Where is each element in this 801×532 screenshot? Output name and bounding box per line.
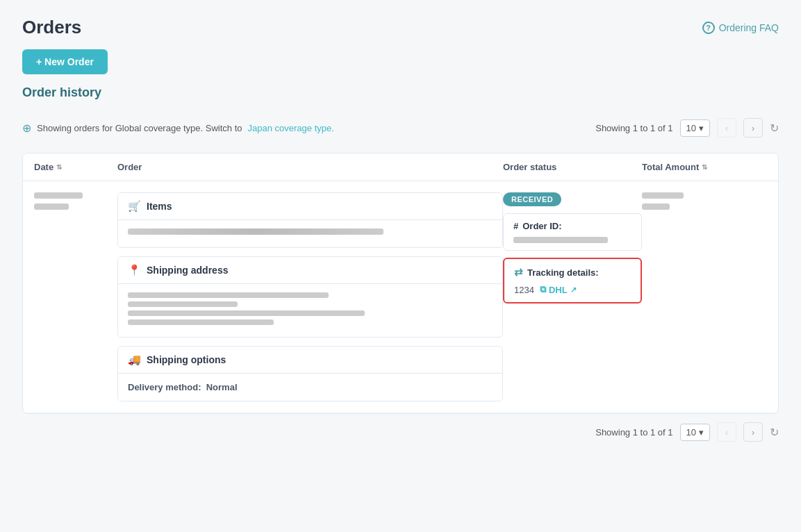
page-title: Orders [22,17,81,38]
page-header: Orders ? Ordering FAQ [22,17,779,38]
per-page-value: 10 [686,123,696,133]
ordering-faq-link[interactable]: ? Ordering FAQ [702,22,779,34]
filter-left: ⊕ Showing orders for Global coverage typ… [22,122,334,135]
bottom-per-page-value: 10 [686,427,696,438]
amount-label: Total Amount [642,162,699,172]
faq-label: Ordering FAQ [719,22,779,33]
faq-icon: ? [702,22,715,34]
date-label: Date [34,162,53,172]
prev-page-button[interactable]: ‹ [717,118,736,138]
items-section-header: 🛒 Items [118,193,502,220]
date-value [34,192,83,199]
new-order-button[interactable]: + New Order [22,49,108,74]
chevron-right-icon: › [752,123,754,133]
japan-coverage-link[interactable]: Japan coverage type. [248,123,334,133]
sort-icon: ⇅ [56,163,62,171]
address-line-3 [128,310,365,316]
delivery-method-label: Delivery method: [128,382,201,392]
shipping-options-label: Shipping options [147,354,226,365]
hash-icon: # [513,221,518,231]
new-order-label: + New Order [36,56,94,67]
chevron-left-icon: ‹ [725,123,728,133]
tracking-icon: ⇄ [514,266,523,279]
shipping-address-label: Shipping address [147,265,228,276]
bottom-next-page-button[interactable]: › [743,422,763,442]
bottom-prev-page-button[interactable]: ‹ [717,422,736,442]
filter-bar: ⊕ Showing orders for Global coverage typ… [22,111,779,144]
order-id-header: # Order ID: [513,221,631,231]
order-id-label: Order ID: [522,221,561,231]
refresh-button[interactable]: ↻ [770,122,779,135]
th-order: Order [117,162,503,172]
shipping-address-header: 📍 Shipping address [118,257,502,284]
shipping-options-section: 🚚 Shipping options Delivery method: Norm… [117,346,503,401]
orders-table: Date ⇅ Order Order status Total Amount ⇅ [22,153,779,414]
shipping-options-body: Delivery method: Normal [118,374,502,401]
dhl-label: DHL [549,285,568,295]
amount-currency [642,203,670,210]
status-cell: RECEIVED # Order ID: ⇄ Tracking details: [503,192,642,304]
section-title: Order history [22,85,779,100]
bottom-bar: Showing 1 to 1 of 1 10 ▾ ‹ › ↻ [22,414,779,450]
status-badge: RECEIVED [503,192,561,206]
address-line-4 [128,319,274,325]
date-cell [34,192,117,210]
address-line-2 [128,301,238,307]
amount-value [642,192,684,199]
table-row: 🛒 Items 📍 Shipping address [23,181,778,413]
tracking-value: 1234 ⧉ DHL ↗ [514,284,631,295]
th-status: Order status [503,162,642,172]
coverage-notice: Showing orders for Global coverage type.… [37,123,242,133]
globe-icon: ⊕ [22,122,31,135]
next-page-button[interactable]: › [743,118,763,138]
order-id-box: # Order ID: [503,213,642,251]
bottom-showing-text: Showing 1 to 1 of 1 [595,427,672,438]
shipping-options-header: 🚚 Shipping options [118,347,502,374]
items-section-body [118,220,502,247]
shipping-address-body [118,284,502,337]
bottom-chevron-down-icon: ▾ [699,427,704,438]
bottom-chevron-left-icon: ‹ [725,427,728,438]
amount-sort-icon: ⇅ [702,163,707,171]
chevron-down-icon: ▾ [699,123,704,133]
dhl-link[interactable]: ⧉ DHL ↗ [540,284,577,295]
filter-right: Showing 1 to 1 of 1 10 ▾ ‹ › ↻ [595,118,779,138]
tracking-header: ⇄ Tracking details: [514,266,631,279]
amount-cell [642,192,767,210]
table-header: Date ⇅ Order Order status Total Amount ⇅ [23,153,778,181]
order-cell: 🛒 Items 📍 Shipping address [117,192,503,401]
th-date[interactable]: Date ⇅ [34,162,117,172]
cart-icon: 🛒 [128,200,141,213]
tracking-details-label: Tracking details: [527,267,599,278]
date-time [34,203,69,210]
showing-text: Showing 1 to 1 of 1 [595,123,672,133]
tracking-box: ⇄ Tracking details: 1234 ⧉ DHL ↗ [503,258,642,304]
bottom-refresh-icon: ↻ [770,426,779,438]
bottom-refresh-button[interactable]: ↻ [770,426,779,439]
th-amount[interactable]: Total Amount ⇅ [642,162,767,172]
order-id-value [513,237,608,243]
bottom-chevron-right-icon: › [752,427,754,438]
items-content [128,228,383,235]
per-page-select[interactable]: 10 ▾ [680,119,710,137]
address-line-1 [128,292,329,298]
status-label: Order status [503,162,556,172]
shipping-address-section: 📍 Shipping address [117,256,503,338]
location-icon: 📍 [128,264,141,276]
refresh-icon: ↻ [770,122,779,134]
copy-icon: ⧉ [540,284,546,295]
bottom-per-page-select[interactable]: 10 ▾ [680,424,710,441]
items-label: Items [147,201,172,212]
truck-icon: 🚚 [128,354,141,366]
items-section: 🛒 Items [117,192,503,248]
tracking-number: 1234 [514,285,534,295]
order-label: Order [117,162,142,172]
delivery-method-value: Normal [206,382,238,392]
delivery-method: Delivery method: Normal [128,382,493,392]
external-link-icon: ↗ [570,285,577,294]
